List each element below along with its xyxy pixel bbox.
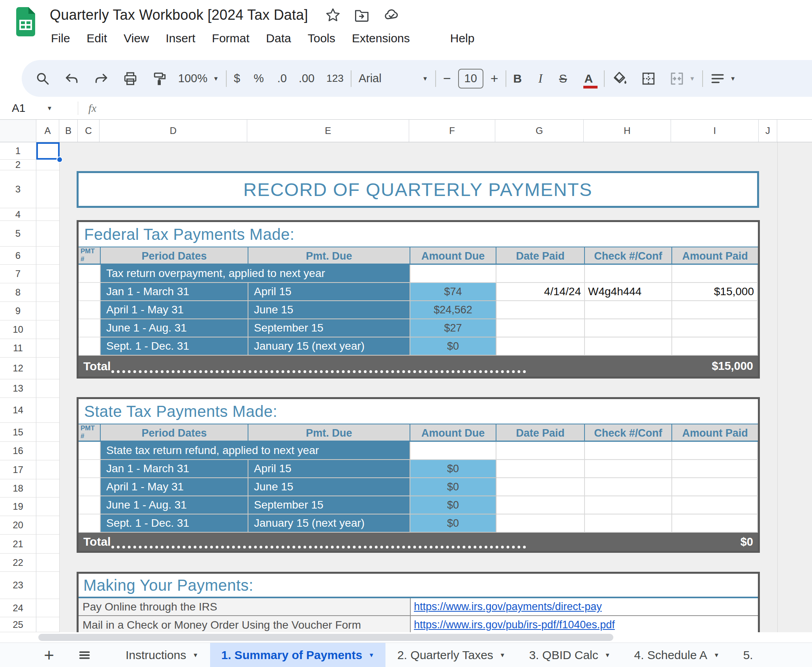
header-check-conf[interactable]: Check #/Conf bbox=[585, 424, 672, 442]
row-header[interactable]: 24 bbox=[0, 599, 59, 617]
state-total-row[interactable]: Total $0 bbox=[79, 533, 758, 551]
search-icon[interactable] bbox=[35, 71, 50, 86]
header-amount-due[interactable]: Amount Due bbox=[410, 424, 496, 442]
cell-payment-link[interactable]: https://www.irs.gov/payments/direct-pay bbox=[411, 598, 758, 616]
menu-file[interactable]: File bbox=[43, 30, 78, 47]
cell-period[interactable]: Sept. 1 - Dec. 31 bbox=[101, 514, 248, 533]
move-folder-icon[interactable] bbox=[354, 7, 370, 23]
zoom-control[interactable]: 100% ▼ bbox=[178, 72, 219, 85]
cell-amount-due[interactable]: $27 bbox=[410, 319, 496, 337]
name-box[interactable]: A1 bbox=[12, 102, 62, 115]
cell-amount-paid[interactable]: $15,000 bbox=[672, 283, 758, 301]
cloud-saved-icon[interactable] bbox=[383, 7, 400, 23]
redo-icon[interactable] bbox=[94, 71, 109, 86]
cell-check[interactable] bbox=[585, 460, 672, 478]
horizontal-scrollbar[interactable] bbox=[38, 634, 613, 641]
cell-amount-due[interactable]: $0 bbox=[410, 514, 496, 533]
cell-check[interactable] bbox=[585, 496, 672, 514]
chevron-down-icon[interactable]: ▼ bbox=[47, 105, 53, 111]
cell-payment-link[interactable]: https://www.irs.gov/pub/irs-pdf/f1040es.… bbox=[411, 616, 758, 632]
cell-period[interactable]: Jan 1 - March 31 bbox=[101, 460, 248, 478]
fill-handle[interactable] bbox=[56, 156, 63, 163]
cell-amount-due[interactable]: $0 bbox=[410, 460, 496, 478]
cell-period[interactable]: Sept. 1 - Dec. 31 bbox=[101, 337, 248, 356]
federal-heading[interactable]: Federal Tax Payments Made: bbox=[79, 222, 758, 247]
header-pmt[interactable]: PMT # bbox=[79, 424, 101, 442]
row-header[interactable]: 25 bbox=[0, 617, 59, 632]
menu-insert[interactable]: Insert bbox=[158, 30, 204, 47]
cell-date-paid[interactable] bbox=[496, 337, 585, 356]
row-header[interactable]: 14 bbox=[0, 398, 59, 423]
header-amount-paid[interactable]: Amount Paid bbox=[672, 424, 758, 442]
cell-due[interactable]: September 15 bbox=[248, 319, 410, 337]
cell-payment-method[interactable]: Mail in a Check or Money Order Using the… bbox=[79, 616, 411, 632]
row-header[interactable]: 4 bbox=[0, 208, 59, 221]
increase-font-size-button[interactable]: + bbox=[491, 71, 498, 86]
cell-pmt[interactable] bbox=[79, 265, 101, 283]
font-family-select[interactable]: Arial ▼ bbox=[359, 72, 428, 85]
menu-view[interactable]: View bbox=[115, 30, 157, 47]
cell-period[interactable]: June 1 - Aug. 31 bbox=[101, 496, 248, 514]
cell-due[interactable]: June 15 bbox=[248, 478, 410, 496]
cell-check[interactable] bbox=[585, 337, 672, 356]
cell-amount-paid[interactable] bbox=[672, 265, 758, 283]
row-header[interactable]: 13 bbox=[0, 379, 59, 398]
cell-pmt[interactable] bbox=[79, 337, 101, 356]
row-header[interactable]: 19 bbox=[0, 497, 59, 516]
column-header-i[interactable]: I bbox=[671, 120, 759, 142]
cell-date-paid[interactable] bbox=[496, 514, 585, 533]
row-header[interactable]: 6 bbox=[0, 247, 59, 265]
cell-check[interactable] bbox=[585, 301, 672, 319]
menu-data[interactable]: Data bbox=[258, 30, 299, 47]
column-header-partial[interactable] bbox=[777, 120, 812, 142]
decrease-decimal-button[interactable]: .0 bbox=[277, 72, 287, 85]
cell-amount-paid[interactable] bbox=[672, 478, 758, 496]
cell-pmt[interactable] bbox=[79, 442, 101, 460]
borders-button[interactable] bbox=[641, 71, 656, 86]
column-header-d[interactable]: D bbox=[100, 120, 247, 142]
header-date-paid[interactable]: Date Paid bbox=[496, 424, 585, 442]
cell-amount-paid[interactable] bbox=[672, 514, 758, 533]
cell-pmt[interactable] bbox=[79, 514, 101, 533]
more-formats-button[interactable]: 123 bbox=[326, 72, 343, 85]
cell-date-paid[interactable] bbox=[496, 319, 585, 337]
irs-direct-pay-link[interactable]: https://www.irs.gov/payments/direct-pay bbox=[414, 601, 602, 613]
cell-pmt[interactable] bbox=[79, 460, 101, 478]
header-amount-due[interactable]: Amount Due bbox=[410, 247, 496, 265]
row-header[interactable]: 11 bbox=[0, 339, 59, 358]
cell-due[interactable]: June 15 bbox=[248, 301, 410, 319]
cell-amount-paid[interactable] bbox=[672, 337, 758, 356]
irs-voucher-pdf-link[interactable]: https://www.irs.gov/pub/irs-pdf/f1040es.… bbox=[414, 619, 615, 631]
tab-summary-of-payments[interactable]: 1. Summary of Payments▼ bbox=[210, 643, 385, 667]
star-icon[interactable] bbox=[325, 8, 340, 23]
decrease-font-size-button[interactable]: − bbox=[443, 71, 451, 86]
cell-date-paid[interactable] bbox=[496, 496, 585, 514]
cell-pmt[interactable] bbox=[79, 319, 101, 337]
cell-amount-paid[interactable] bbox=[672, 460, 758, 478]
cell-date-paid[interactable] bbox=[496, 301, 585, 319]
cell-amount-due[interactable] bbox=[410, 442, 496, 460]
strikethrough-button[interactable]: S bbox=[559, 72, 567, 85]
selected-cell-a1[interactable] bbox=[36, 142, 60, 160]
italic-button[interactable]: I bbox=[538, 72, 542, 86]
cell-overpayment[interactable]: Tax return overpayment, applied to next … bbox=[101, 265, 410, 283]
row-header[interactable]: 5 bbox=[0, 221, 59, 247]
header-pmt-due[interactable]: Pmt. Due bbox=[248, 247, 410, 265]
cell-date-paid[interactable] bbox=[496, 460, 585, 478]
paint-format-icon[interactable] bbox=[152, 71, 167, 86]
sheet-title-box[interactable]: RECORD OF QUARTERLY PAYMENTS bbox=[77, 171, 759, 208]
header-pmt-due[interactable]: Pmt. Due bbox=[248, 424, 410, 442]
font-size-input[interactable]: 10 bbox=[458, 69, 483, 89]
row-header[interactable]: 7 bbox=[0, 265, 59, 283]
cell-check[interactable] bbox=[585, 514, 672, 533]
header-date-paid[interactable]: Date Paid bbox=[496, 247, 585, 265]
column-header-c[interactable]: C bbox=[78, 120, 100, 142]
cell-amount-due[interactable] bbox=[410, 265, 496, 283]
tab-partial[interactable]: 5. bbox=[731, 643, 765, 667]
format-percent-button[interactable]: % bbox=[254, 72, 264, 85]
column-header-a[interactable]: A bbox=[36, 120, 59, 142]
column-header-h[interactable]: H bbox=[584, 120, 671, 142]
row-header[interactable]: 21 bbox=[0, 535, 59, 554]
undo-icon[interactable] bbox=[64, 71, 79, 86]
all-sheets-menu-icon[interactable] bbox=[73, 643, 96, 667]
